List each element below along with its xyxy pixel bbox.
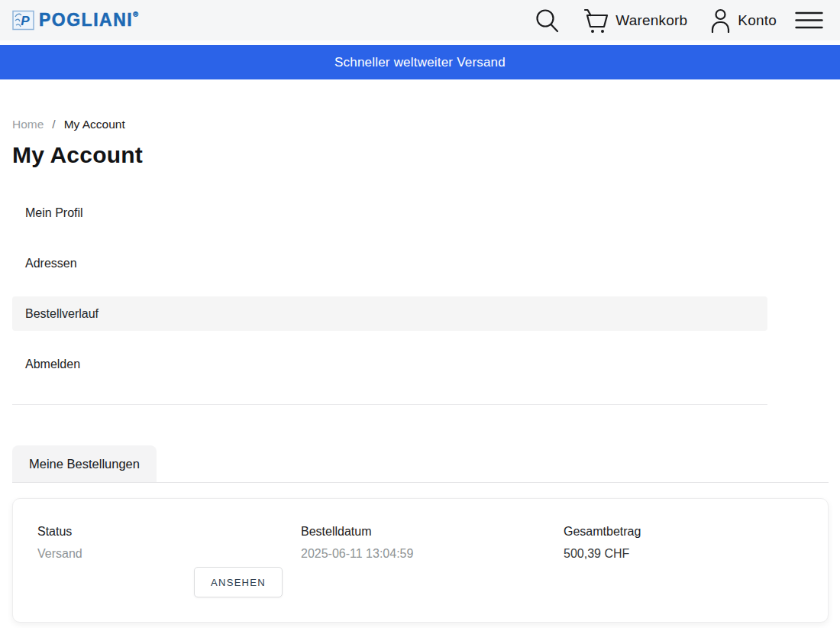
order-date-cell: Bestelldatum 2025-06-11 13:04:59: [301, 525, 564, 561]
promo-banner-text: Schneller weltweiter Versand: [334, 55, 506, 70]
order-actions: ANSEHEN: [194, 567, 803, 597]
menu-divider: [12, 404, 767, 405]
search-button[interactable]: [535, 8, 560, 34]
breadcrumb-current: My Account: [64, 118, 125, 131]
cart-icon: [579, 8, 609, 34]
order-date-label: Bestelldatum: [301, 525, 564, 539]
menu-item-profile[interactable]: Mein Profil: [12, 196, 767, 230]
order-status-cell: Status Versand: [37, 525, 301, 561]
breadcrumb-separator: /: [52, 118, 55, 131]
order-card: Status Versand Bestelldatum 2025-06-11 1…: [12, 498, 829, 623]
logo-wordmark: POGLIANI®: [39, 11, 139, 29]
svg-text:P: P: [21, 14, 30, 28]
tab-meine-bestellungen[interactable]: Meine Bestellungen: [12, 445, 157, 482]
search-icon: [535, 8, 560, 34]
order-total-value: 500,39 CHF: [564, 547, 803, 561]
view-order-button[interactable]: ANSEHEN: [194, 567, 283, 597]
menu-item-addresses[interactable]: Adressen: [12, 246, 767, 280]
status-label: Status: [37, 525, 301, 539]
menu-item-order-history[interactable]: Bestellverlauf: [12, 296, 767, 331]
user-icon: [710, 8, 731, 33]
account-button[interactable]: Konto: [710, 8, 777, 33]
status-value: Versand: [37, 547, 301, 561]
cart-label: Warenkorb: [615, 12, 687, 29]
breadcrumb-home-link[interactable]: Home: [12, 118, 44, 131]
menu-button[interactable]: [795, 11, 823, 30]
main-content: Home / My Account My Account Mein Profil…: [0, 118, 840, 623]
orders-tabs-row: Meine Bestellungen: [12, 445, 829, 483]
order-date-value: 2025-06-11 13:04:59: [301, 547, 564, 561]
site-header: P POGLIANI® Warenkorb Konto: [0, 0, 840, 40]
breadcrumb: Home / My Account: [12, 118, 829, 131]
page-title: My Account: [12, 144, 829, 167]
account-label: Konto: [738, 12, 777, 29]
pogliani-logo[interactable]: P POGLIANI®: [12, 10, 139, 31]
order-total-cell: Gesamtbetrag 500,39 CHF: [564, 525, 803, 561]
hamburger-icon: [795, 11, 823, 30]
menu-item-logout[interactable]: Abmelden: [12, 347, 767, 381]
header-nav: Warenkorb Konto: [535, 8, 823, 34]
account-menu: Mein Profil Adressen Bestellverlauf Abme…: [12, 196, 767, 381]
promo-banner: Schneller weltweiter Versand: [0, 45, 840, 79]
registered-mark: ®: [133, 11, 139, 18]
cart-button[interactable]: Warenkorb: [579, 8, 687, 34]
order-row: Status Versand Bestelldatum 2025-06-11 1…: [37, 525, 803, 561]
order-total-label: Gesamtbetrag: [564, 525, 803, 539]
pogliani-emblem-icon: P: [12, 10, 35, 31]
